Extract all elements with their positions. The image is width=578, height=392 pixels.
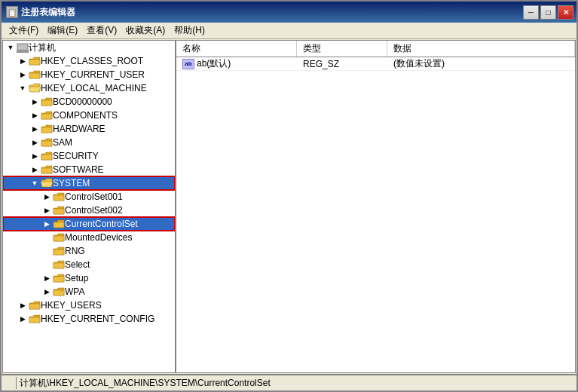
- registry-tree[interactable]: ▼ 计算机 ▶ HKEY_CLASSES_ROOT ▶ HKEY_CURRENT…: [3, 41, 176, 372]
- tree-item-components[interactable]: ▶ COMPONENTS: [3, 109, 175, 122]
- expand-setup[interactable]: ▶: [41, 272, 53, 284]
- folder-components-icon: [41, 110, 53, 121]
- title-bar-left: 📋 注册表编辑器: [6, 6, 75, 19]
- tree-item-controlset002[interactable]: ▶ ControlSet002: [3, 204, 175, 217]
- expand-hkcu[interactable]: ▶: [17, 69, 29, 81]
- tree-item-select[interactable]: ▶ Select: [3, 258, 175, 271]
- window-controls: ─ □ ✕: [523, 5, 573, 20]
- menu-file[interactable]: 文件(F): [5, 23, 43, 38]
- expand-hardware[interactable]: ▶: [29, 123, 41, 135]
- expand-sam[interactable]: ▶: [29, 136, 41, 149]
- tree-label-computer: 计算机: [29, 41, 56, 54]
- tree-item-hkcr[interactable]: ▶ HKEY_CLASSES_ROOT: [3, 54, 175, 68]
- tree-label-wpa: WPA: [65, 286, 84, 297]
- folder-hkcu-icon: [29, 69, 41, 80]
- folder-software-icon: [41, 164, 53, 175]
- computer-icon: [17, 42, 29, 53]
- folder-bcd-icon: [41, 96, 53, 107]
- registry-values-list: ab ab(默认) REG_SZ (数值未设置): [176, 57, 575, 372]
- tree-item-mounteddevices[interactable]: ▶ MountedDevices: [3, 231, 175, 244]
- tree-item-rng[interactable]: ▶ RNG: [3, 244, 175, 258]
- expand-hku[interactable]: ▶: [17, 299, 29, 311]
- folder-hku-icon: [29, 300, 41, 311]
- data-name-default: ab ab(默认): [176, 57, 297, 70]
- tree-label-sam: SAM: [53, 137, 72, 148]
- col-header-type[interactable]: 类型: [297, 41, 387, 57]
- expand-hkcr[interactable]: ▶: [17, 55, 29, 67]
- col-header-name[interactable]: 名称: [176, 41, 297, 57]
- expand-wpa[interactable]: ▶: [41, 286, 53, 298]
- status-divider: [5, 377, 17, 389]
- tree-item-hku[interactable]: ▶ HKEY_USERS: [3, 299, 175, 312]
- tree-label-hkcc: HKEY_CURRENT_CONFIG: [41, 314, 154, 324]
- app-icon: 📋: [6, 6, 18, 18]
- tree-label-controlset001: ControlSet001: [65, 191, 123, 202]
- tree-item-security[interactable]: ▶ SECURITY: [3, 149, 175, 163]
- tree-item-setup[interactable]: ▶ Setup: [3, 271, 175, 285]
- column-headers: 名称 类型 数据: [176, 41, 575, 57]
- tree-label-hardware: HARDWARE: [53, 124, 106, 134]
- folder-hkcr-icon: [29, 56, 41, 66]
- tree-item-computer[interactable]: ▼ 计算机: [3, 41, 175, 54]
- svg-rect-1: [17, 51, 29, 53]
- tree-item-system[interactable]: ▼ SYSTEM: [3, 176, 175, 190]
- tree-label-setup: Setup: [65, 273, 88, 283]
- maximize-button[interactable]: □: [540, 5, 556, 20]
- folder-cs002-icon: [53, 205, 65, 216]
- folder-wpa-icon: [53, 286, 65, 297]
- expand-security[interactable]: ▶: [29, 150, 41, 162]
- tree-label-components: COMPONENTS: [53, 110, 118, 121]
- tree-label-hku: HKEY_USERS: [41, 300, 102, 311]
- expand-controlset002[interactable]: ▶: [41, 204, 53, 216]
- expand-currentcontrolset[interactable]: ▶: [41, 218, 53, 230]
- folder-md-icon: [53, 232, 65, 243]
- menu-help[interactable]: 帮助(H): [170, 23, 209, 38]
- tree-label-system: SYSTEM: [53, 178, 90, 188]
- tree-item-controlset001[interactable]: ▶ ControlSet001: [3, 190, 175, 204]
- folder-setup-icon: [53, 273, 65, 283]
- menu-view[interactable]: 查看(V): [82, 23, 121, 38]
- data-type-default: REG_SZ: [297, 59, 387, 69]
- close-button[interactable]: ✕: [558, 5, 573, 20]
- tree-item-hkcc[interactable]: ▶ HKEY_CURRENT_CONFIG: [3, 312, 175, 326]
- folder-security-icon: [41, 151, 53, 161]
- tree-item-currentcontrolset[interactable]: ▶ CurrentControlSet: [3, 217, 175, 231]
- tree-label-hkcu: HKEY_CURRENT_USER: [41, 69, 145, 80]
- tree-label-mounteddevices: MountedDevices: [65, 232, 132, 243]
- tree-item-wpa[interactable]: ▶ WPA: [3, 285, 175, 299]
- tree-item-hklm[interactable]: ▼ HKEY_LOCAL_MACHINE: [3, 81, 175, 95]
- window-title: 注册表编辑器: [21, 6, 75, 19]
- expand-components[interactable]: ▶: [29, 109, 41, 121]
- tree-label-bcd: BCD00000000: [53, 96, 112, 107]
- svg-rect-0: [17, 44, 28, 51]
- folder-select-icon: [53, 259, 65, 270]
- tree-item-hkcu[interactable]: ▶ HKEY_CURRENT_USER: [3, 68, 175, 81]
- expand-controlset001[interactable]: ▶: [41, 191, 53, 203]
- menu-edit[interactable]: 编辑(E): [43, 23, 82, 38]
- tree-item-sam[interactable]: ▶ SAM: [3, 136, 175, 149]
- folder-cs001-icon: [53, 191, 65, 202]
- expand-software[interactable]: ▶: [29, 164, 41, 176]
- expand-system[interactable]: ▼: [29, 177, 41, 189]
- tree-item-bcd[interactable]: ▶ BCD00000000: [3, 95, 175, 109]
- expand-bcd[interactable]: ▶: [29, 96, 41, 108]
- tree-label-select: Select: [65, 259, 90, 270]
- folder-ccs-icon: [53, 219, 65, 229]
- tree-item-hardware[interactable]: ▶ HARDWARE: [3, 122, 175, 136]
- tree-label-software: SOFTWARE: [53, 164, 104, 175]
- menu-bar: 文件(F) 编辑(E) 查看(V) 收藏夹(A) 帮助(H): [2, 23, 576, 39]
- folder-system-icon: [41, 178, 53, 188]
- data-row-default[interactable]: ab ab(默认) REG_SZ (数值未设置): [176, 57, 575, 71]
- expand-computer[interactable]: ▼: [5, 41, 17, 54]
- registry-values-panel: 名称 类型 数据 ab ab(默认) REG_SZ (数值未设置): [176, 41, 575, 372]
- tree-label-controlset002: ControlSet002: [65, 205, 123, 216]
- expand-hklm[interactable]: ▼: [17, 82, 29, 94]
- col-header-data[interactable]: 数据: [387, 41, 575, 57]
- reg-sz-icon: ab: [182, 59, 194, 69]
- menu-favorites[interactable]: 收藏夹(A): [121, 23, 170, 38]
- folder-hardware-icon: [41, 124, 53, 134]
- minimize-button[interactable]: ─: [523, 5, 539, 20]
- expand-hkcc[interactable]: ▶: [17, 313, 29, 325]
- title-bar: 📋 注册表编辑器 ─ □ ✕: [2, 2, 576, 23]
- tree-item-software[interactable]: ▶ SOFTWARE: [3, 163, 175, 176]
